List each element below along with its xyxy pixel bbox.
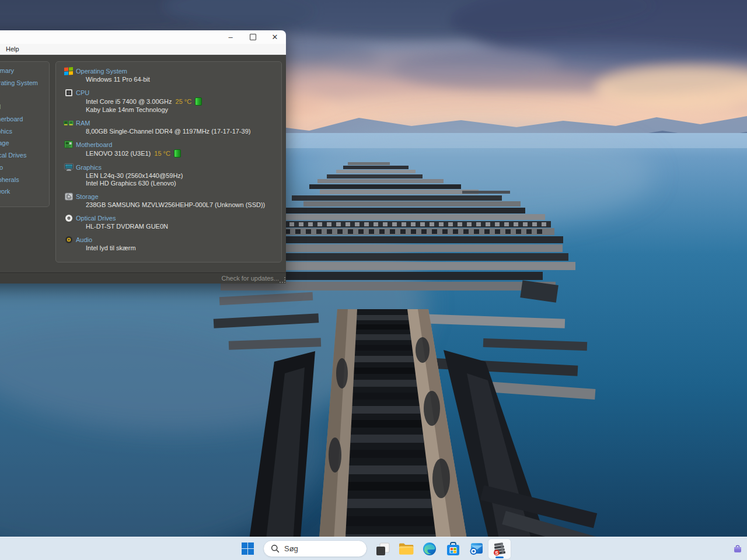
ram-icon (64, 118, 74, 127)
menu-help[interactable]: Help (2, 46, 23, 52)
sidebar: Summary Operating System CPU RAM Motherb… (0, 61, 50, 207)
monitor-icon (64, 163, 74, 172)
menu-bar: Help (0, 44, 286, 55)
microsoft-edge-icon (423, 542, 437, 556)
section-title[interactable]: Optical Drives (76, 215, 116, 222)
section-motherboard: Motherboard LENOVO 3102 (U3E1) 15 °C (64, 140, 281, 158)
sidebar-item-network[interactable]: Network (0, 186, 49, 198)
hard-drive-icon (64, 192, 74, 201)
microsoft-store-button[interactable] (442, 539, 464, 559)
file-explorer-icon (399, 542, 414, 555)
windows-start-icon (242, 542, 254, 555)
tray-app-icon[interactable] (733, 544, 742, 554)
close-button[interactable]: ✕ (264, 30, 286, 44)
status-bar: Check for updates... (0, 272, 286, 284)
sidebar-item-graphics[interactable]: Graphics (0, 125, 49, 137)
cpu-temperature: 25 °C (176, 98, 192, 105)
sidebar-item-operating-system[interactable]: Operating System (0, 77, 49, 89)
cpu-model: Intel Core i5 7400 @ 3.00GHz (86, 98, 172, 105)
search-icon (271, 544, 280, 553)
check-for-updates-link[interactable]: Check for updates... (222, 275, 279, 282)
window-content: Summary Operating System CPU RAM Motherb… (0, 55, 286, 272)
start-button[interactable] (236, 539, 259, 559)
summary-panel: Operating System Windows 11 Pro 64-bit C… (55, 61, 282, 262)
system-tray (733, 537, 742, 560)
section-cpu: CPU Intel Core i5 7400 @ 3.00GHz 25 °C K… (64, 88, 281, 113)
outlook-icon (469, 542, 483, 555)
optical-disc-icon (64, 214, 74, 222)
cpu-architecture: Kaby Lake 14nm Technology (86, 106, 168, 113)
motherboard-model: LENOVO 3102 (U3E1) (86, 150, 151, 157)
windows-logo-icon (64, 66, 74, 75)
section-storage: Storage 238GB SAMSUNG MZVLW256HEHP-000L7… (64, 192, 281, 208)
taskbar: Søg (0, 537, 747, 560)
sidebar-item-audio[interactable]: Audio (0, 162, 49, 174)
cpu-temp-indicator-icon (195, 97, 202, 106)
outlook-button[interactable] (465, 539, 487, 559)
section-title[interactable]: Operating System (76, 68, 127, 75)
section-title[interactable]: Graphics (76, 164, 102, 171)
task-view-icon (376, 542, 390, 556)
section-title[interactable]: Motherboard (76, 141, 112, 148)
sidebar-item-motherboard[interactable]: Motherboard (0, 113, 49, 125)
search-input[interactable]: Søg (263, 540, 367, 557)
task-view-button[interactable] (372, 539, 394, 559)
speccy-icon: S (493, 542, 507, 556)
section-title[interactable]: Audio (76, 236, 92, 243)
maximize-icon (250, 34, 256, 40)
speccy-window: – ✕ Help Summary Operating System CPU RA… (0, 30, 286, 283)
svg-text:S: S (495, 550, 498, 555)
speccy-taskbar-button[interactable]: S (488, 539, 511, 559)
motherboard-temp-indicator-icon (174, 149, 181, 158)
graphics-gpu: Intel HD Graphics 630 (Lenovo) (86, 180, 176, 187)
cpu-icon (64, 88, 74, 97)
section-audio: Audio Intel lyd til skærm (64, 235, 281, 251)
section-operating-system: Operating System Windows 11 Pro 64-bit (64, 66, 281, 83)
microsoft-store-icon (446, 542, 460, 556)
os-value: Windows 11 Pro 64-bit (86, 76, 150, 83)
sidebar-item-peripherals[interactable]: Peripherals (0, 173, 49, 186)
motherboard-temperature: 15 °C (154, 150, 170, 157)
motherboard-icon (64, 140, 74, 149)
audio-device: Intel lyd til skærm (86, 244, 136, 251)
section-title[interactable]: CPU (76, 89, 89, 96)
maximize-button[interactable] (242, 30, 264, 44)
section-ram: RAM 8,00GB Single-Channel DDR4 @ 1197MHz… (64, 118, 281, 135)
sidebar-item-ram[interactable]: RAM (0, 101, 49, 113)
sidebar-item-optical-drives[interactable]: Optical Drives (0, 149, 49, 162)
section-title[interactable]: Storage (76, 193, 99, 200)
active-app-indicator (495, 556, 504, 558)
file-explorer-button[interactable] (395, 539, 417, 559)
sidebar-item-storage[interactable]: Storage (0, 137, 49, 149)
minimize-button[interactable]: – (219, 30, 242, 44)
resize-grip[interactable] (280, 277, 285, 283)
graphics-display: LEN L24q-30 (2560x1440@59Hz) (86, 172, 183, 179)
optical-drive-value: HL-DT-ST DVDRAM GUE0N (86, 223, 168, 230)
search-placeholder: Søg (284, 544, 298, 553)
section-title[interactable]: RAM (76, 120, 90, 127)
speaker-icon (64, 235, 74, 244)
storage-value: 238GB SAMSUNG MZVLW256HEHP-000L7 (Unknow… (86, 201, 265, 208)
ram-value: 8,00GB Single-Channel DDR4 @ 1197MHz (17… (86, 128, 250, 135)
sidebar-item-summary[interactable]: Summary (0, 65, 49, 77)
edge-button[interactable] (418, 539, 441, 559)
section-optical-drives: Optical Drives HL-DT-ST DVDRAM GUE0N (64, 214, 281, 230)
sidebar-item-cpu[interactable]: CPU (0, 89, 49, 101)
section-graphics: Graphics LEN L24q-30 (2560x1440@59Hz) In… (64, 163, 281, 187)
window-titlebar[interactable]: – ✕ (0, 30, 286, 44)
